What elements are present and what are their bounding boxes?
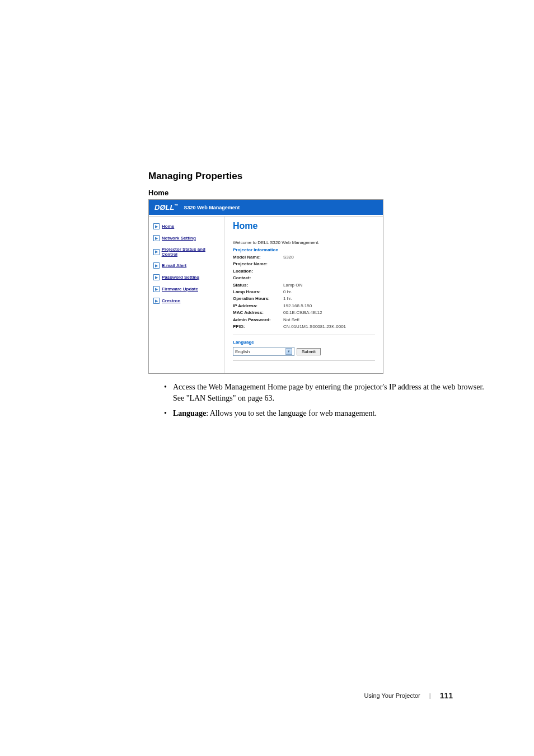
info-value: S320 bbox=[283, 254, 375, 261]
info-value bbox=[283, 275, 375, 281]
info-row-admin-password: Admin Password: Not Set! bbox=[233, 317, 375, 323]
sidebar-item-password[interactable]: ▶ Password Setting bbox=[153, 274, 220, 280]
submit-button[interactable]: Submit bbox=[297, 348, 321, 355]
info-row-ppid: PPID: CN-01U1M1-S00081-23K-0001 bbox=[233, 323, 375, 330]
bullet-list: • Access the Web Management Home page by… bbox=[148, 382, 489, 419]
info-row-operation-hours: Operation Hours: 1 hr. bbox=[233, 295, 375, 302]
dell-logo: DØLL™ bbox=[154, 203, 178, 212]
bullet-item: • Access the Web Management Home page by… bbox=[164, 382, 489, 403]
info-value: CN-01U1M1-S00081-23K-0001 bbox=[283, 323, 375, 330]
arrow-icon: ▶ bbox=[153, 262, 160, 269]
info-value: Not Set! bbox=[283, 317, 375, 323]
bullet-marker: • bbox=[164, 382, 173, 403]
info-row-status: Status: Lamp ON bbox=[233, 282, 375, 289]
info-row-contact: Contact: bbox=[233, 275, 375, 281]
sidebar-item-status[interactable]: ▶ Projector Status and Control bbox=[153, 247, 220, 257]
info-row-ip: IP Address: 192.168.5.150 bbox=[233, 303, 375, 309]
info-label: Location: bbox=[233, 268, 283, 275]
bullet-marker: • bbox=[164, 408, 173, 419]
info-label: Contact: bbox=[233, 275, 283, 281]
info-value: 1 hr. bbox=[283, 295, 375, 302]
sidebar: ▶ Home ▶ Network Setting ▶ Projector Sta… bbox=[149, 217, 224, 373]
sidebar-item-home[interactable]: ▶ Home bbox=[153, 223, 220, 229]
arrow-icon: ▶ bbox=[153, 298, 160, 304]
info-label: PPID: bbox=[233, 323, 283, 330]
info-label: Model Name: bbox=[233, 254, 283, 261]
info-row-projector-name: Projector Name: bbox=[233, 261, 375, 267]
info-label: Admin Password: bbox=[233, 317, 283, 323]
info-label: Operation Hours: bbox=[233, 295, 283, 302]
footer-divider: | bbox=[429, 692, 431, 699]
footer-section: Using Your Projector bbox=[364, 692, 420, 699]
language-select[interactable]: English ▾ bbox=[233, 347, 294, 356]
sidebar-label: E-mail Alert bbox=[162, 263, 186, 268]
divider bbox=[233, 360, 375, 361]
arrow-icon: ▶ bbox=[153, 286, 160, 292]
arrow-icon: ▶ bbox=[153, 274, 160, 280]
info-row-model: Model Name: S320 bbox=[233, 254, 375, 261]
header-title: S320 Web Management bbox=[184, 205, 240, 210]
sidebar-label: Home bbox=[162, 224, 174, 229]
info-value: Lamp ON bbox=[283, 282, 375, 289]
info-row-mac: MAC Address: 00:1E:C9:BA:4E:12 bbox=[233, 309, 375, 316]
sidebar-item-network[interactable]: ▶ Network Setting bbox=[153, 235, 220, 241]
arrow-icon: ▶ bbox=[153, 223, 160, 229]
arrow-icon: ▶ bbox=[153, 235, 160, 241]
language-value: English bbox=[235, 349, 250, 354]
bullet-item: • Language: Allows you to set the langua… bbox=[164, 408, 489, 419]
page-number: 111 bbox=[440, 691, 453, 700]
info-value bbox=[283, 261, 375, 267]
welcome-text: Welcome to DELL S320 Web Management. bbox=[233, 240, 375, 245]
screenshot-header: DØLL™ S320 Web Management bbox=[149, 200, 383, 216]
page-footer: Using Your Projector | 111 bbox=[364, 691, 453, 700]
panel-title: Home bbox=[233, 221, 375, 231]
info-label: IP Address: bbox=[233, 303, 283, 309]
info-label: Lamp Hours: bbox=[233, 289, 283, 295]
info-row-lamp-hours: Lamp Hours: 0 hr. bbox=[233, 289, 375, 295]
screenshot-container: DØLL™ S320 Web Management ▶ Home ▶ Netwo… bbox=[148, 199, 383, 374]
info-row-location: Location: bbox=[233, 268, 375, 275]
divider bbox=[233, 335, 375, 335]
sidebar-label: Projector Status and Control bbox=[162, 247, 220, 257]
info-value bbox=[283, 268, 375, 275]
bullet-text: Access the Web Management Home page by e… bbox=[173, 382, 489, 403]
arrow-icon: ▶ bbox=[153, 249, 160, 255]
sidebar-item-firmware[interactable]: ▶ Firmware Update bbox=[153, 286, 220, 292]
info-label: Projector Name: bbox=[233, 261, 283, 267]
sidebar-label: Network Setting bbox=[162, 236, 196, 241]
sidebar-label: Password Setting bbox=[162, 275, 199, 280]
sidebar-label: Firmware Update bbox=[162, 287, 198, 292]
info-heading: Projector Information bbox=[233, 247, 375, 252]
subsection-heading: Home bbox=[148, 189, 489, 197]
section-heading: Managing Properties bbox=[148, 171, 489, 182]
chevron-down-icon: ▾ bbox=[285, 348, 292, 355]
bullet-text: Language: Allows you to set the language… bbox=[173, 408, 489, 419]
sidebar-item-email[interactable]: ▶ E-mail Alert bbox=[153, 262, 220, 269]
info-value: 00:1E:C9:BA:4E:12 bbox=[283, 309, 375, 316]
info-value: 192.168.5.150 bbox=[283, 303, 375, 309]
sidebar-label: Crestron bbox=[162, 298, 180, 303]
language-heading: Language bbox=[233, 340, 375, 345]
main-panel: Home Welcome to DELL S320 Web Management… bbox=[224, 217, 383, 373]
info-label: MAC Address: bbox=[233, 309, 283, 316]
info-label: Status: bbox=[233, 282, 283, 289]
info-value: 0 hr. bbox=[283, 289, 375, 295]
sidebar-item-crestron[interactable]: ▶ Crestron bbox=[153, 298, 220, 304]
